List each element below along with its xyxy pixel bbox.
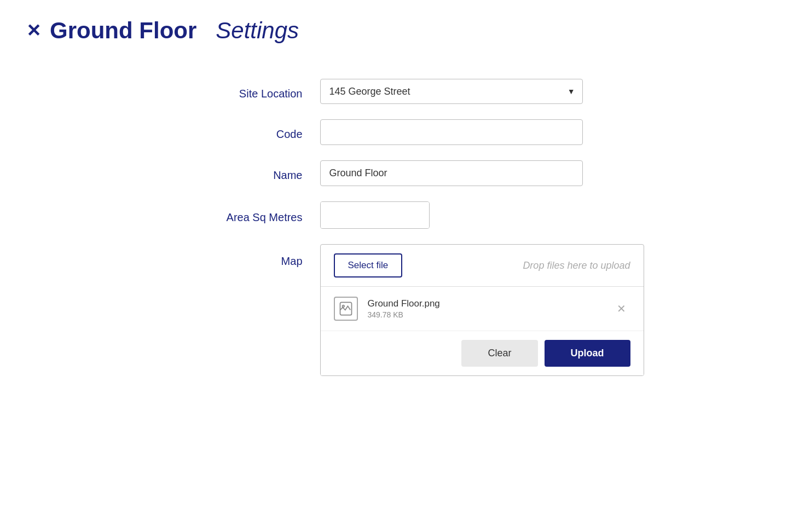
settings-form: Site Location 145 George Street ▼ Code N… bbox=[123, 57, 670, 418]
code-field bbox=[320, 119, 583, 145]
close-icon[interactable]: ✕ bbox=[26, 22, 41, 39]
area-input-wrapper: ▲ ▼ bbox=[320, 201, 430, 229]
drop-files-text: Drop files here to upload bbox=[523, 260, 630, 271]
file-item: Ground Floor.png 349.78 KB ✕ bbox=[321, 287, 644, 331]
file-size: 349.78 KB bbox=[368, 310, 603, 319]
site-location-select-wrapper: 145 George Street ▼ bbox=[320, 79, 583, 104]
map-label: Map bbox=[149, 244, 303, 268]
site-location-field: 145 George Street ▼ bbox=[320, 79, 583, 104]
map-row: Map Select file Drop files here to uploa… bbox=[149, 244, 644, 376]
site-location-select[interactable]: 145 George Street bbox=[320, 79, 583, 104]
code-row: Code bbox=[149, 119, 644, 145]
name-field bbox=[320, 160, 583, 186]
map-upload-top: Select file Drop files here to upload bbox=[321, 245, 644, 287]
upload-button[interactable]: Upload bbox=[545, 340, 630, 367]
area-input[interactable] bbox=[321, 202, 430, 228]
site-location-row: Site Location 145 George Street ▼ bbox=[149, 79, 644, 104]
area-label: Area Sq Metres bbox=[149, 207, 303, 224]
file-name: Ground Floor.png bbox=[368, 298, 603, 309]
page-header: ✕ Ground Floor Settings bbox=[0, 0, 793, 57]
file-info: Ground Floor.png 349.78 KB bbox=[368, 298, 603, 319]
code-input[interactable] bbox=[320, 119, 583, 145]
page-title-italic: Settings bbox=[216, 18, 299, 43]
site-location-label: Site Location bbox=[149, 83, 303, 100]
file-icon bbox=[334, 297, 358, 321]
name-input[interactable] bbox=[320, 160, 583, 186]
area-field: ▲ ▼ bbox=[320, 201, 583, 229]
page-title: Ground Floor Settings bbox=[50, 18, 299, 44]
area-row: Area Sq Metres ▲ ▼ bbox=[149, 201, 644, 229]
clear-button[interactable]: Clear bbox=[461, 340, 537, 367]
name-row: Name bbox=[149, 160, 644, 186]
svg-point-1 bbox=[342, 305, 344, 308]
map-upload-actions: Clear Upload bbox=[321, 331, 644, 375]
code-label: Code bbox=[149, 124, 303, 141]
page-title-main: Ground Floor bbox=[50, 18, 196, 43]
select-file-button[interactable]: Select file bbox=[334, 253, 403, 277]
file-remove-button[interactable]: ✕ bbox=[612, 301, 630, 316]
map-upload-container: Select file Drop files here to upload Gr… bbox=[320, 244, 644, 376]
name-label: Name bbox=[149, 165, 303, 182]
